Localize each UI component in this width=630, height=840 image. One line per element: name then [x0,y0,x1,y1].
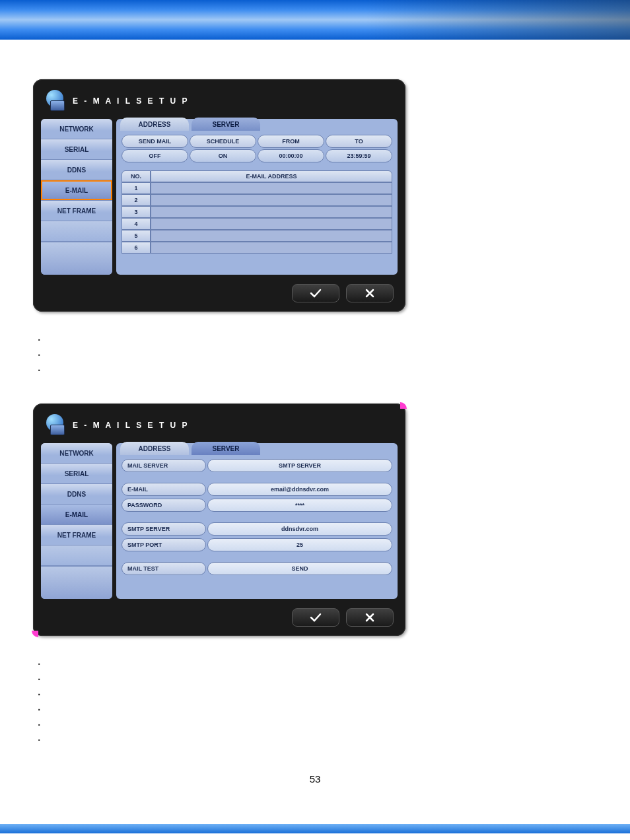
bullet-list-b [33,656,597,747]
top-banner [0,0,630,40]
tab-address[interactable]: ADDRESS [120,118,189,131]
sidebar-item-network[interactable]: NETWORK [41,119,112,139]
sidebar-item-empty [41,221,112,242]
globe-monitor-icon [44,90,66,112]
main-area: ADDRESS SERVER SEND MAIL SCHEDULE FROM T… [116,119,398,275]
sidebar-item-netframe[interactable]: NET FRAME [41,201,112,221]
col-address: E-MAIL ADDRESS [151,170,392,182]
email-cell-1[interactable] [151,182,392,194]
email-cell-5[interactable] [151,230,392,242]
check-icon [310,613,322,622]
page-content: E - M A I L S E T U P NETWORK SERIAL DDN… [0,40,630,811]
tab-address[interactable]: ADDRESS [120,442,189,455]
tab-server[interactable]: SERVER [192,442,260,455]
email-cell-6[interactable] [151,242,392,254]
email-cell-2[interactable] [151,194,392,206]
email-cell-4[interactable] [151,218,392,230]
check-icon [310,289,322,298]
list-item [38,732,597,747]
sidebar-item-network[interactable]: NETWORK [41,443,112,464]
header-schedule: SCHEDULE [190,135,256,148]
sidebar-item-serial[interactable]: SERIAL [41,139,112,160]
sidebar: NETWORK SERIAL DDNS E-MAIL NET FRAME [41,119,112,275]
value-smtp-port[interactable]: 25 [207,538,392,551]
close-icon [365,613,374,622]
send-button[interactable]: SEND [207,562,392,575]
list-item [38,332,597,347]
tab-server[interactable]: SERVER [192,118,260,131]
list-item [38,347,597,362]
row-smtp-port: SMTP PORT 25 [122,538,392,551]
cancel-button[interactable] [346,284,394,302]
email-setup-panel-address: E - M A I L S E T U P NETWORK SERIAL DDN… [33,79,405,312]
sidebar-item-ddns[interactable]: DDNS [41,484,112,505]
header-from: FROM [258,135,324,148]
header-to: TO [326,135,392,148]
ok-button[interactable] [292,608,339,627]
panel-footer [41,275,398,304]
value-smtp-server[interactable]: ddnsdvr.com [207,522,392,536]
sidebar-item-email[interactable]: E-MAIL [41,180,112,201]
table-row: 3 [122,206,392,218]
sidebar-item-empty [41,545,112,566]
value-mail-server[interactable]: SMTP SERVER [207,459,392,472]
ok-button[interactable] [292,284,339,302]
list-item [38,656,597,671]
email-setup-panel-server: E - M A I L S E T U P NETWORK SERIAL DDN… [33,403,405,636]
schedule-headers: SEND MAIL SCHEDULE FROM TO [122,135,392,148]
table-row: 5 [122,230,392,242]
table-row: 6 [122,242,392,254]
cancel-button[interactable] [346,608,394,627]
sidebar-item-netframe[interactable]: NET FRAME [41,525,112,545]
value-schedule[interactable]: ON [190,149,256,162]
sidebar: NETWORK SERIAL DDNS E-MAIL NET FRAME [41,443,112,599]
sidebar-item-ddns[interactable]: DDNS [41,160,112,180]
panel-header: E - M A I L S E T U P [41,411,398,443]
row-mail-test: MAIL TEST SEND [122,562,392,575]
row-mail-server: MAIL SERVER SMTP SERVER [122,459,392,472]
label-smtp-port: SMTP PORT [122,538,206,551]
tabs: ADDRESS SERVER [120,442,392,455]
email-address-table: NO. E-MAIL ADDRESS 1 2 3 4 5 6 [122,170,392,254]
label-smtp-server: SMTP SERVER [122,522,206,536]
email-cell-3[interactable] [151,206,392,218]
row-password: PASSWORD **** [122,499,392,512]
header-sendmail: SEND MAIL [122,135,188,148]
value-from[interactable]: 00:00:00 [258,149,324,162]
sidebar-item-serial[interactable]: SERIAL [41,464,112,484]
list-item [38,671,597,686]
table-row: 4 [122,218,392,230]
bullet-list-a [33,332,597,377]
value-password[interactable]: **** [207,499,392,512]
globe-monitor-icon [44,414,66,437]
page-number: 53 [33,773,597,785]
label-mail-server: MAIL SERVER [122,459,206,472]
list-item [38,686,597,701]
label-password: PASSWORD [122,499,206,512]
table-row: 1 [122,182,392,194]
label-mail-test: MAIL TEST [122,562,206,575]
panel-footer [41,599,398,628]
sidebar-item-email[interactable]: E-MAIL [41,505,112,525]
value-to[interactable]: 23:59:59 [326,149,392,162]
schedule-values: OFF ON 00:00:00 23:59:59 [122,149,392,162]
panel-title: E - M A I L S E T U P [73,96,190,106]
value-email[interactable]: email@ddnsdvr.com [207,483,392,496]
close-icon [365,289,374,298]
col-no: NO. [122,170,151,182]
row-smtp-server: SMTP SERVER ddnsdvr.com [122,522,392,536]
tabs: ADDRESS SERVER [120,118,392,131]
bottom-bar [0,824,630,833]
list-item [38,362,597,377]
label-email: E-MAIL [122,483,206,496]
main-area: ADDRESS SERVER MAIL SERVER SMTP SERVER E… [116,443,398,599]
value-sendmail[interactable]: OFF [122,149,188,162]
panel-header: E - M A I L S E T U P [41,87,398,119]
list-item [38,701,597,717]
panel-title: E - M A I L S E T U P [73,421,190,430]
table-row: 2 [122,194,392,206]
row-email: E-MAIL email@ddnsdvr.com [122,483,392,496]
list-item [38,717,597,732]
